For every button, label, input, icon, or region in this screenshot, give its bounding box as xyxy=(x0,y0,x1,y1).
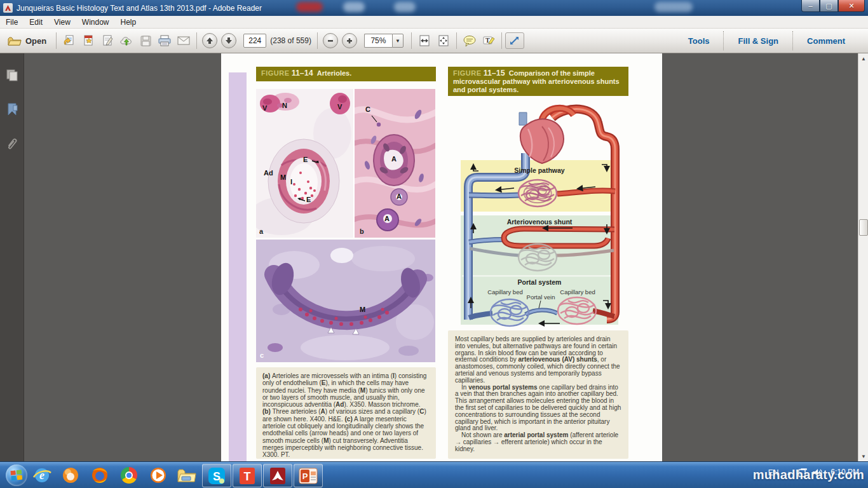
sign-document-button[interactable] xyxy=(98,31,117,50)
minimize-button[interactable]: – xyxy=(801,0,820,12)
menu-bar: File Edit View Window Help xyxy=(0,16,868,29)
zoom-out-button[interactable] xyxy=(321,31,340,50)
titlebar-reflection xyxy=(343,2,365,12)
svg-text:P: P xyxy=(302,471,308,481)
restore-button[interactable]: ▢ xyxy=(820,0,838,12)
menu-edit[interactable]: Edit xyxy=(24,17,48,28)
chapter-color-band xyxy=(229,72,247,461)
windows-flag-icon xyxy=(10,470,23,481)
skype-taskbar-button[interactable]: S xyxy=(202,464,231,487)
internet-explorer-taskbar-icon[interactable]: e xyxy=(32,465,52,485)
windows-explorer-taskbar-icon[interactable] xyxy=(177,465,197,485)
export-pdf-icon xyxy=(82,34,95,47)
email-button[interactable] xyxy=(174,31,193,50)
figure-title: Arterioles. xyxy=(317,69,351,77)
watermark-text: muhadharaty.com xyxy=(753,468,864,482)
skype-icon: S xyxy=(207,466,226,485)
save-button[interactable] xyxy=(136,31,155,50)
share-document-icon xyxy=(63,34,76,47)
t-app-taskbar-button[interactable]: T xyxy=(233,464,262,487)
fill-sign-link[interactable]: Fill & Sign xyxy=(724,36,792,46)
toolbar-separator xyxy=(196,32,197,49)
comment-link[interactable]: Comment xyxy=(793,36,859,46)
capillary-bed-right-label: Capillary bed xyxy=(560,288,595,295)
attachments-button[interactable] xyxy=(0,131,24,156)
zoom-caret-icon[interactable]: ▼ xyxy=(392,34,403,48)
scrollbar-thumb[interactable] xyxy=(859,219,868,236)
pdf-page: FIGURE 11–14 Arterioles. xyxy=(221,53,662,461)
toolbar-separator xyxy=(411,32,412,49)
play-button-icon xyxy=(149,466,168,485)
menu-view[interactable]: View xyxy=(48,17,76,28)
figure-14-micrographs-ab: V N V E Ad M I E a xyxy=(256,89,435,238)
fit-width-button[interactable] xyxy=(415,31,434,50)
start-button[interactable] xyxy=(6,464,27,486)
bookmarks-button[interactable] xyxy=(0,97,24,122)
sticky-note-button[interactable] xyxy=(460,31,479,50)
folder-icon xyxy=(177,466,197,484)
highlight-icon: T xyxy=(482,35,496,47)
open-label: Open xyxy=(25,36,46,46)
page-number-input[interactable]: 224 xyxy=(243,34,266,48)
media-app-taskbar-icon[interactable] xyxy=(60,465,81,485)
chrome-taskbar-icon[interactable] xyxy=(119,465,139,485)
titlebar-reflection-red xyxy=(296,2,323,12)
previous-page-button[interactable] xyxy=(200,31,219,50)
micrograph-panel-a: V N V E Ad M I E a xyxy=(256,89,353,238)
upload-cloud-button[interactable] xyxy=(117,31,136,50)
powerpoint-icon: P xyxy=(298,466,318,485)
fullscreen-button[interactable] xyxy=(505,32,524,49)
firefox-taskbar-icon[interactable] xyxy=(90,465,110,485)
figure-14-header: FIGURE 11–14 Arterioles. xyxy=(256,67,436,81)
open-button[interactable]: Open xyxy=(0,31,53,50)
close-button[interactable]: ✕ xyxy=(838,0,865,12)
fit-page-button[interactable] xyxy=(434,31,453,50)
internet-explorer-icon: e xyxy=(32,466,51,485)
label-arteriole-2: A xyxy=(397,193,402,200)
figure-15-diagram: Simple pathway Arteriovenous shunt Porta… xyxy=(448,98,628,329)
menu-window[interactable]: Window xyxy=(76,17,115,28)
share-document-button[interactable] xyxy=(60,31,79,50)
media-player-taskbar-icon[interactable] xyxy=(148,465,168,485)
vertical-scrollbar[interactable]: ▲ ▼ xyxy=(858,53,868,461)
taskbar: e xyxy=(0,461,868,488)
capillary-bed-left-label: Capillary bed xyxy=(487,288,522,295)
watermark: muhadharaty.com xyxy=(753,468,864,482)
panel-letter-c: c xyxy=(260,351,264,359)
save-floppy-icon xyxy=(140,35,152,47)
panel-a-image xyxy=(256,89,353,238)
export-pdf-button[interactable] xyxy=(79,31,98,50)
figure-14-caption: (a) Arterioles are microvessels with an … xyxy=(256,367,436,459)
figure-word: FIGURE xyxy=(453,69,482,77)
paragraph: Most capillary beds are supplied by arte… xyxy=(455,336,621,384)
print-button[interactable] xyxy=(155,31,174,50)
label-nerve: N xyxy=(282,102,287,109)
figure-word: FIGURE xyxy=(261,69,290,77)
tools-link[interactable]: Tools xyxy=(674,36,724,46)
page-thumbnails-icon xyxy=(6,69,18,81)
toolbar-separator xyxy=(456,32,457,49)
scroll-up-button[interactable]: ▲ xyxy=(858,53,868,64)
document-workspace: FIGURE 11–14 Arterioles. xyxy=(0,53,868,461)
panel-letter-a: a xyxy=(259,227,263,235)
adobe-reader-taskbar-button[interactable] xyxy=(263,464,292,487)
open-folder-icon xyxy=(8,36,22,46)
powerpoint-taskbar-button[interactable]: P xyxy=(294,464,323,487)
menu-file[interactable]: File xyxy=(0,17,24,28)
scroll-down-button[interactable]: ▼ xyxy=(858,451,868,461)
portal-system-label: Portal system xyxy=(518,278,562,286)
document-area[interactable]: FIGURE 11–14 Arterioles. xyxy=(25,53,868,461)
zoom-in-button[interactable] xyxy=(340,31,359,50)
toolbar-separator xyxy=(317,32,318,49)
label-intima: I xyxy=(290,178,292,186)
label-arteriole-1: A xyxy=(391,155,397,163)
paperclip-icon xyxy=(5,137,19,151)
next-page-button[interactable] xyxy=(219,31,238,50)
paragraph: In venous portal systems one capillary b… xyxy=(455,384,621,433)
menu-help[interactable]: Help xyxy=(115,17,142,28)
zoom-value: 75% xyxy=(364,34,392,48)
page-thumbnails-button[interactable] xyxy=(0,62,24,88)
highlight-text-button[interactable]: T xyxy=(479,31,498,50)
firefox-icon xyxy=(90,466,109,485)
zoom-level-select[interactable]: 75% ▼ xyxy=(364,34,403,48)
